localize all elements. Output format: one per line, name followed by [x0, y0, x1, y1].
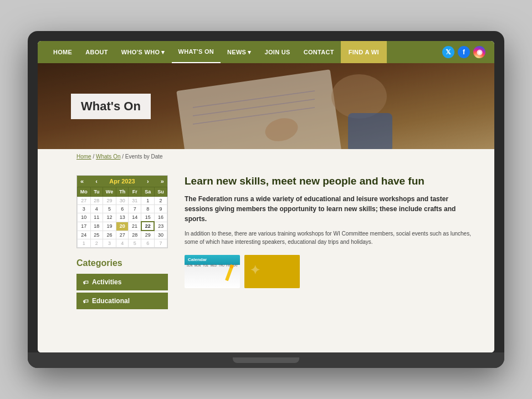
category-activities[interactable]: 🏷 Activities — [76, 274, 168, 290]
content-area: Learn new skills, meet new people and ha… — [185, 175, 472, 341]
cal-day[interactable]: 3 — [78, 205, 91, 213]
cal-day[interactable]: 18 — [90, 222, 103, 231]
instagram-icon[interactable]: ◉ — [473, 46, 485, 58]
laptop-hinge — [233, 357, 299, 363]
laptop-base — [28, 352, 504, 368]
cal-day[interactable]: 14 — [129, 213, 141, 222]
nav-whats-on[interactable]: WHAT'S ON — [172, 41, 221, 63]
cal-day[interactable]: 21 — [129, 222, 141, 231]
nav-news[interactable]: NEWS ▾ — [221, 41, 258, 63]
calendar[interactable]: « ‹ Apr 2023 › » Mo Tu We Th — [76, 175, 168, 248]
cal-day[interactable]: 11 — [90, 213, 103, 222]
cal-day[interactable]: 1 — [141, 197, 155, 205]
twitter-icon[interactable]: 𝕏 — [442, 46, 454, 58]
cal-day[interactable]: 13 — [116, 213, 129, 222]
nav-whos-who[interactable]: WHO'S WHO ▾ — [115, 41, 172, 63]
cal-day[interactable]: 4 — [90, 205, 103, 213]
thumbnail-gallery: Calendar SUNMONTUEWEDTHUFRISAT — [185, 255, 472, 288]
cal-day[interactable]: 12 — [103, 213, 116, 222]
breadcrumb-home[interactable]: Home — [76, 154, 91, 160]
cal-day-fr: Fr — [129, 187, 141, 197]
cal-day[interactable]: 24 — [78, 231, 91, 239]
cal-day-th: Th — [116, 187, 129, 197]
category-educational[interactable]: 🏷 Educational — [76, 293, 168, 309]
cal-day-sa: Sa — [141, 187, 155, 197]
breadcrumb-current: Events by Date — [125, 154, 163, 160]
cal-day[interactable]: 4 — [116, 239, 129, 248]
cal-day[interactable]: 29 — [141, 231, 155, 239]
social-links: 𝕏 f ◉ — [442, 46, 485, 58]
cal-day[interactable]: 1 — [78, 239, 91, 248]
cal-prev-prev[interactable]: « — [80, 178, 84, 185]
cal-day[interactable]: 30 — [154, 231, 167, 239]
cal-prev[interactable]: ‹ — [95, 178, 98, 185]
cal-day[interactable]: 15 — [141, 213, 155, 222]
cal-month-label: Apr 2023 — [109, 178, 135, 185]
svg-text:✦: ✦ — [250, 263, 260, 277]
cal-day[interactable]: 28 — [90, 197, 103, 205]
cal-next-next[interactable]: » — [161, 178, 164, 185]
content-intro-normal: In addition to these, there are various … — [185, 229, 472, 246]
thumb-yellow[interactable]: ✦ — [244, 255, 300, 288]
hero-section: What's On — [38, 63, 494, 149]
cat-activities-label: Activities — [92, 278, 121, 286]
cal-day[interactable]: 27 — [78, 197, 91, 205]
cal-day[interactable]: 16 — [154, 213, 167, 222]
cal-day[interactable]: 10 — [78, 213, 91, 222]
calendar-grid: Mo Tu We Th Fr Sa Su 2728293031123456789… — [77, 187, 167, 248]
hero-title-box: What's On — [71, 94, 151, 119]
cat-educational-label: Educational — [92, 297, 130, 305]
nav-contact[interactable]: CONTACT — [297, 41, 341, 63]
thumb-cal-label: Calendar — [188, 257, 207, 262]
facebook-icon[interactable]: f — [458, 46, 470, 58]
thumb-calendar[interactable]: Calendar SUNMONTUEWEDTHUFRISAT — [185, 255, 240, 288]
categories-title: Categories — [76, 258, 168, 268]
cal-day[interactable]: 19 — [103, 222, 116, 231]
nav-home[interactable]: HOME — [47, 41, 79, 63]
nav-links: HOME ABOUT WHO'S WHO ▾ WHAT'S ON NEWS ▾ … — [47, 41, 437, 63]
cal-day[interactable]: 29 — [103, 197, 116, 205]
cal-day[interactable]: 6 — [116, 205, 129, 213]
cal-day[interactable]: 30 — [116, 197, 129, 205]
tag-icon-2: 🏷 — [83, 298, 89, 304]
laptop-screen: HOME ABOUT WHO'S WHO ▾ WHAT'S ON NEWS ▾ … — [38, 41, 494, 352]
cal-day[interactable]: 31 — [129, 197, 141, 205]
breadcrumb-whats-on[interactable]: Whats On — [96, 154, 120, 160]
cal-day[interactable]: 8 — [141, 205, 155, 213]
thumb-calendar-inner: Calendar SUNMONTUEWEDTHUFRISAT — [185, 255, 240, 288]
cal-day[interactable]: 5 — [103, 205, 116, 213]
cal-day[interactable]: 9 — [154, 205, 167, 213]
cal-day[interactable]: 6 — [141, 239, 155, 248]
laptop-frame: HOME ABOUT WHO'S WHO ▾ WHAT'S ON NEWS ▾ … — [28, 31, 504, 368]
cal-day[interactable]: 28 — [129, 231, 141, 239]
cal-day-tu: Tu — [90, 187, 103, 197]
cal-next[interactable]: › — [147, 178, 149, 185]
cal-day[interactable]: 23 — [154, 222, 167, 231]
cal-day[interactable]: 2 — [154, 197, 167, 205]
cal-day[interactable]: 20 — [116, 222, 129, 231]
chevron-down-icon: ▾ — [248, 41, 251, 63]
cal-day[interactable]: 22 — [141, 222, 155, 231]
nav-join-us[interactable]: JOIN US — [258, 41, 297, 63]
cal-day-su: Su — [154, 187, 167, 197]
hero-title: What's On — [81, 99, 141, 114]
cal-day[interactable]: 17 — [78, 222, 91, 231]
nav-find-wi[interactable]: FIND A WI — [341, 41, 387, 63]
cal-day-mo: Mo — [78, 187, 91, 197]
cal-day[interactable]: 3 — [103, 239, 116, 248]
nav-about[interactable]: ABOUT — [79, 41, 115, 63]
cal-day[interactable]: 25 — [90, 231, 103, 239]
chevron-down-icon: ▾ — [161, 41, 165, 63]
tag-icon: 🏷 — [83, 279, 89, 285]
cal-day[interactable]: 7 — [154, 239, 167, 248]
breadcrumb: Home / Whats On / Events by Date — [38, 149, 494, 164]
cal-day-we: We — [103, 187, 116, 197]
main-content: « ‹ Apr 2023 › » Mo Tu We Th — [38, 164, 494, 352]
cal-day[interactable]: 2 — [90, 239, 103, 248]
sidebar: « ‹ Apr 2023 › » Mo Tu We Th — [76, 175, 168, 341]
cal-day[interactable]: 7 — [129, 205, 141, 213]
cal-day[interactable]: 27 — [116, 231, 129, 239]
cal-day[interactable]: 5 — [129, 239, 141, 248]
navigation: HOME ABOUT WHO'S WHO ▾ WHAT'S ON NEWS ▾ … — [38, 41, 494, 63]
cal-day[interactable]: 26 — [103, 231, 116, 239]
